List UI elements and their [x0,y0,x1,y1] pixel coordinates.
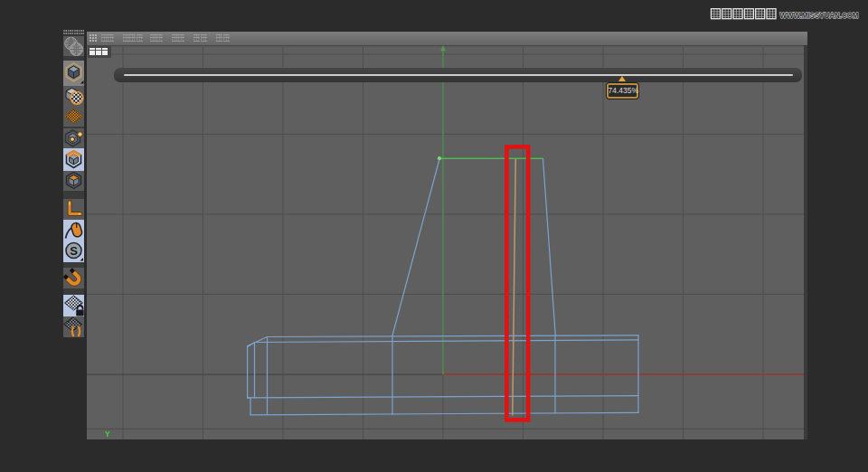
svg-text:WWW.MISSYUAN.COM: WWW.MISSYUAN.COM [780,11,859,20]
svg-text:Y: Y [105,430,110,439]
svg-text:S: S [70,244,78,258]
